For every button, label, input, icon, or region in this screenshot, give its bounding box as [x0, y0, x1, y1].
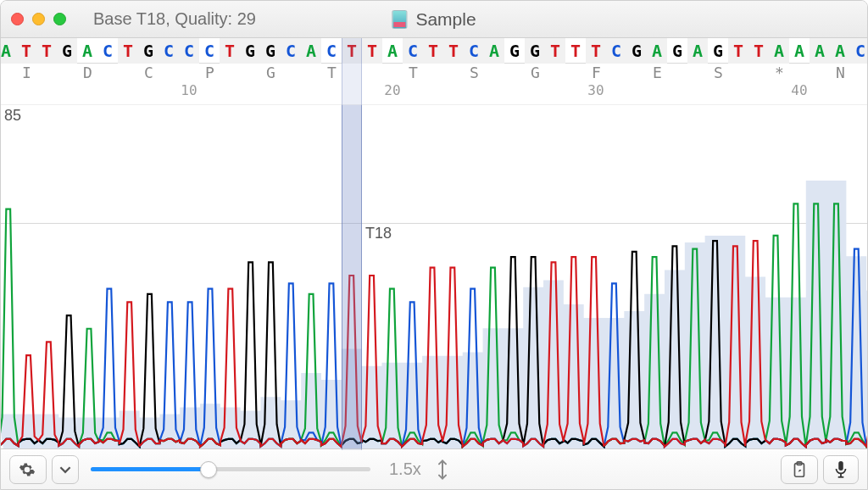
base-cell[interactable]: A: [647, 38, 667, 64]
base-cell[interactable]: A: [301, 38, 321, 64]
base-cell[interactable]: T: [728, 38, 748, 64]
amino-acid-label: G: [266, 64, 275, 81]
base-cell[interactable]: C: [850, 38, 868, 64]
settings-button[interactable]: [9, 455, 47, 484]
zoom-label: 1.5x: [389, 459, 421, 479]
amino-acid-label: S: [470, 64, 479, 81]
trace-svg: [1, 105, 867, 448]
base-cell[interactable]: A: [830, 38, 850, 64]
base-cell[interactable]: A: [769, 38, 789, 64]
base-cell[interactable]: T: [443, 38, 464, 64]
base-cell[interactable]: A: [382, 38, 403, 64]
microphone-icon: [832, 460, 849, 479]
ruler-tick: 20: [384, 82, 400, 98]
close-window-button[interactable]: [11, 13, 24, 25]
trace-A: [1, 203, 867, 447]
base-cell[interactable]: G: [504, 38, 525, 64]
document-icon: [392, 10, 407, 29]
amino-acid-label: F: [592, 64, 601, 81]
zoom-slider[interactable]: [91, 467, 370, 471]
base-cell[interactable]: T: [423, 38, 443, 64]
amino-acid-label: S: [714, 64, 723, 81]
base-cell[interactable]: T: [36, 38, 57, 64]
microphone-button[interactable]: [823, 455, 859, 484]
base-cell[interactable]: G: [260, 38, 281, 64]
base-cell[interactable]: A: [789, 38, 810, 64]
ruler-tick: 30: [587, 82, 604, 98]
amino-acid-label: C: [144, 64, 153, 81]
gear-icon: [19, 461, 36, 478]
amino-acid-label: E: [653, 64, 662, 81]
window-title-label: Sample: [415, 9, 476, 30]
base-cell[interactable]: A: [484, 38, 504, 64]
ruler-row: 10203040: [1, 82, 867, 104]
vertical-resize-icon[interactable]: [435, 459, 450, 480]
amino-acid-label: N: [836, 64, 845, 81]
amino-acid-label: I: [22, 64, 31, 81]
base-cell[interactable]: T: [362, 38, 382, 64]
base-cell[interactable]: C: [403, 38, 423, 64]
svg-rect-2: [838, 461, 843, 471]
chevron-down-icon: [59, 464, 71, 476]
base-cell[interactable]: C: [464, 38, 484, 64]
base-cell[interactable]: T: [748, 38, 769, 64]
cursor-full-overlay: [342, 38, 362, 450]
electropherogram-area[interactable]: 85 T18: [1, 104, 867, 448]
base-cell[interactable]: T: [565, 38, 586, 64]
amino-acid-label: P: [205, 64, 214, 81]
base-cell[interactable]: A: [687, 38, 708, 64]
base-cell[interactable]: G: [57, 38, 77, 64]
bottom-toolbar: 1.5x: [1, 448, 867, 489]
slider-knob[interactable]: [200, 461, 217, 478]
base-cell[interactable]: T: [220, 38, 240, 64]
amino-acid-label: G: [531, 64, 540, 81]
base-cell[interactable]: T: [16, 38, 36, 64]
base-cell[interactable]: A: [77, 38, 97, 64]
base-cell[interactable]: C: [159, 38, 179, 64]
base-cell[interactable]: G: [626, 38, 647, 64]
base-cell[interactable]: G: [708, 38, 728, 64]
slider-fill: [91, 467, 209, 471]
amino-acid-row: IDCPGTTSGFES*N: [1, 64, 867, 82]
base-cell[interactable]: C: [281, 38, 301, 64]
minimize-window-button[interactable]: [32, 13, 45, 25]
base-cell[interactable]: C: [97, 38, 118, 64]
base-cell[interactable]: C: [179, 38, 199, 64]
amino-acid-label: T: [409, 64, 418, 81]
trace-T: [1, 214, 867, 447]
base-cell[interactable]: G: [240, 38, 260, 64]
window-title: Sample: [392, 9, 476, 30]
base-cell[interactable]: C: [199, 38, 220, 64]
settings-dropdown-button[interactable]: [52, 455, 79, 484]
window: Base T18, Quality: 29 Sample ATTGACTGCCC…: [0, 0, 868, 490]
amino-acid-label: *: [775, 64, 784, 81]
base-cell[interactable]: T: [586, 38, 606, 64]
ruler-tick: 40: [791, 82, 807, 98]
base-cell[interactable]: G: [667, 38, 687, 64]
clipboard-button[interactable]: [781, 455, 818, 484]
amino-acid-label: D: [83, 64, 92, 81]
titlebar: Base T18, Quality: 29 Sample: [1, 1, 867, 38]
base-cell[interactable]: A: [0, 38, 16, 64]
amino-acid-label: T: [327, 64, 337, 81]
base-cell[interactable]: G: [138, 38, 159, 64]
base-cell[interactable]: A: [810, 38, 830, 64]
slider-track[interactable]: [91, 467, 370, 471]
base-cell[interactable]: G: [525, 38, 545, 64]
zoom-window-button[interactable]: [53, 13, 66, 25]
base-cell[interactable]: C: [321, 38, 342, 64]
status-text: Base T18, Quality: 29: [93, 9, 256, 29]
clipboard-icon: [790, 460, 809, 479]
traffic-lights: [11, 13, 66, 25]
sequence-base-row[interactable]: ATTGACTGCCCTGGCACTTACTTCAGGTTTCGAGAGTTAA…: [1, 38, 867, 64]
base-cell[interactable]: C: [606, 38, 626, 64]
base-cell[interactable]: T: [545, 38, 565, 64]
base-cell[interactable]: T: [118, 38, 138, 64]
ruler-tick: 10: [181, 82, 197, 98]
